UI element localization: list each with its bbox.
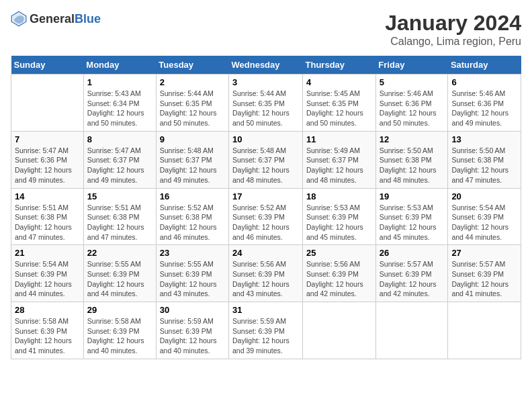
day-number: 19 <box>380 191 445 201</box>
day-info: Sunrise: 5:53 AM Sunset: 6:39 PM Dayligh… <box>380 203 437 241</box>
calendar-cell: 11Sunrise: 5:49 AM Sunset: 6:37 PM Dayli… <box>303 131 376 188</box>
calendar-header-monday: Monday <box>83 56 156 75</box>
day-number: 12 <box>380 134 445 144</box>
calendar-cell: 25Sunrise: 5:56 AM Sunset: 6:39 PM Dayli… <box>303 245 376 302</box>
day-number: 31 <box>232 305 299 315</box>
calendar-cell: 20Sunrise: 5:54 AM Sunset: 6:39 PM Dayli… <box>448 188 521 245</box>
calendar-week-row: 7Sunrise: 5:47 AM Sunset: 6:36 PM Daylig… <box>11 131 521 188</box>
title-area: January 2024 Calango, Lima region, Peru <box>385 11 521 48</box>
calendar-cell: 30Sunrise: 5:59 AM Sunset: 6:39 PM Dayli… <box>156 302 228 359</box>
calendar-cell: 22Sunrise: 5:55 AM Sunset: 6:39 PM Dayli… <box>83 245 156 302</box>
calendar-cell <box>303 302 376 359</box>
subtitle: Calango, Lima region, Peru <box>385 36 521 48</box>
day-info: Sunrise: 5:57 AM Sunset: 6:39 PM Dayligh… <box>380 260 437 298</box>
day-number: 2 <box>160 77 225 87</box>
calendar-cell: 29Sunrise: 5:58 AM Sunset: 6:39 PM Dayli… <box>83 302 156 359</box>
calendar-cell: 13Sunrise: 5:50 AM Sunset: 6:38 PM Dayli… <box>448 131 521 188</box>
day-info: Sunrise: 5:53 AM Sunset: 6:39 PM Dayligh… <box>306 203 363 241</box>
day-number: 1 <box>87 77 152 87</box>
calendar-cell: 17Sunrise: 5:52 AM Sunset: 6:39 PM Dayli… <box>229 188 303 245</box>
day-info: Sunrise: 5:50 AM Sunset: 6:38 PM Dayligh… <box>451 146 508 184</box>
calendar-cell <box>11 75 84 132</box>
day-info: Sunrise: 5:56 AM Sunset: 6:39 PM Dayligh… <box>306 260 363 298</box>
day-number: 8 <box>87 134 152 144</box>
day-info: Sunrise: 5:59 AM Sunset: 6:39 PM Dayligh… <box>232 317 290 355</box>
calendar-header-sunday: Sunday <box>11 56 84 75</box>
calendar-cell <box>448 302 521 359</box>
calendar-cell: 4Sunrise: 5:45 AM Sunset: 6:35 PM Daylig… <box>303 75 376 132</box>
day-info: Sunrise: 5:57 AM Sunset: 6:39 PM Dayligh… <box>451 260 508 298</box>
day-info: Sunrise: 5:47 AM Sunset: 6:36 PM Dayligh… <box>15 146 72 184</box>
calendar-cell: 7Sunrise: 5:47 AM Sunset: 6:36 PM Daylig… <box>11 131 84 188</box>
day-info: Sunrise: 5:52 AM Sunset: 6:38 PM Dayligh… <box>160 203 217 241</box>
day-number: 4 <box>306 77 372 87</box>
day-info: Sunrise: 5:55 AM Sunset: 6:39 PM Dayligh… <box>160 260 217 298</box>
day-number: 10 <box>232 134 299 144</box>
day-info: Sunrise: 5:52 AM Sunset: 6:39 PM Dayligh… <box>232 203 290 241</box>
day-number: 17 <box>232 191 299 201</box>
day-info: Sunrise: 5:48 AM Sunset: 6:37 PM Dayligh… <box>232 146 290 184</box>
calendar-cell: 19Sunrise: 5:53 AM Sunset: 6:39 PM Dayli… <box>375 188 448 245</box>
day-number: 30 <box>160 305 225 315</box>
day-info: Sunrise: 5:50 AM Sunset: 6:38 PM Dayligh… <box>380 146 437 184</box>
day-info: Sunrise: 5:58 AM Sunset: 6:39 PM Dayligh… <box>87 317 144 355</box>
day-number: 23 <box>160 248 225 258</box>
day-info: Sunrise: 5:54 AM Sunset: 6:39 PM Dayligh… <box>15 260 72 298</box>
calendar-week-row: 28Sunrise: 5:58 AM Sunset: 6:39 PM Dayli… <box>11 302 521 359</box>
day-number: 14 <box>15 191 80 201</box>
day-number: 28 <box>15 305 80 315</box>
calendar-table: SundayMondayTuesdayWednesdayThursdayFrid… <box>11 56 521 359</box>
calendar-cell: 2Sunrise: 5:44 AM Sunset: 6:35 PM Daylig… <box>156 75 228 132</box>
calendar-week-row: 14Sunrise: 5:51 AM Sunset: 6:38 PM Dayli… <box>11 188 521 245</box>
logo-icon <box>11 11 27 27</box>
calendar-cell: 8Sunrise: 5:47 AM Sunset: 6:37 PM Daylig… <box>83 131 156 188</box>
day-info: Sunrise: 5:46 AM Sunset: 6:36 PM Dayligh… <box>451 89 508 127</box>
day-info: Sunrise: 5:46 AM Sunset: 6:36 PM Dayligh… <box>380 89 437 127</box>
calendar-cell: 15Sunrise: 5:51 AM Sunset: 6:38 PM Dayli… <box>83 188 156 245</box>
day-number: 22 <box>87 248 152 258</box>
day-number: 27 <box>451 248 517 258</box>
day-info: Sunrise: 5:59 AM Sunset: 6:39 PM Dayligh… <box>160 317 217 355</box>
main-title: January 2024 <box>385 11 521 36</box>
day-number: 18 <box>306 191 372 201</box>
calendar-cell <box>375 302 448 359</box>
day-info: Sunrise: 5:47 AM Sunset: 6:37 PM Dayligh… <box>87 146 144 184</box>
day-number: 7 <box>15 134 80 144</box>
day-number: 9 <box>160 134 225 144</box>
calendar-cell: 1Sunrise: 5:43 AM Sunset: 6:34 PM Daylig… <box>83 75 156 132</box>
day-info: Sunrise: 5:48 AM Sunset: 6:37 PM Dayligh… <box>160 146 217 184</box>
calendar-cell: 10Sunrise: 5:48 AM Sunset: 6:37 PM Dayli… <box>229 131 303 188</box>
calendar-cell: 12Sunrise: 5:50 AM Sunset: 6:38 PM Dayli… <box>375 131 448 188</box>
day-number: 13 <box>451 134 517 144</box>
calendar-week-row: 21Sunrise: 5:54 AM Sunset: 6:39 PM Dayli… <box>11 245 521 302</box>
day-number: 11 <box>306 134 372 144</box>
calendar-header-wednesday: Wednesday <box>229 56 303 75</box>
calendar-header-friday: Friday <box>375 56 448 75</box>
day-number: 6 <box>451 77 517 87</box>
calendar-cell: 5Sunrise: 5:46 AM Sunset: 6:36 PM Daylig… <box>375 75 448 132</box>
calendar-header-saturday: Saturday <box>448 56 521 75</box>
day-info: Sunrise: 5:58 AM Sunset: 6:39 PM Dayligh… <box>15 317 72 355</box>
day-number: 20 <box>451 191 517 201</box>
logo-text: GeneralBlue <box>30 12 101 26</box>
calendar-cell: 26Sunrise: 5:57 AM Sunset: 6:39 PM Dayli… <box>375 245 448 302</box>
calendar-cell: 6Sunrise: 5:46 AM Sunset: 6:36 PM Daylig… <box>448 75 521 132</box>
calendar-header-thursday: Thursday <box>303 56 376 75</box>
calendar-cell: 31Sunrise: 5:59 AM Sunset: 6:39 PM Dayli… <box>229 302 303 359</box>
calendar-header-tuesday: Tuesday <box>156 56 228 75</box>
day-info: Sunrise: 5:55 AM Sunset: 6:39 PM Dayligh… <box>87 260 144 298</box>
day-number: 5 <box>380 77 445 87</box>
logo: GeneralBlue <box>11 11 101 27</box>
day-number: 21 <box>15 248 80 258</box>
calendar-cell: 3Sunrise: 5:44 AM Sunset: 6:35 PM Daylig… <box>229 75 303 132</box>
day-info: Sunrise: 5:44 AM Sunset: 6:35 PM Dayligh… <box>232 89 290 127</box>
page-header: GeneralBlue January 2024 Calango, Lima r… <box>11 11 521 48</box>
calendar-week-row: 1Sunrise: 5:43 AM Sunset: 6:34 PM Daylig… <box>11 75 521 132</box>
calendar-cell: 18Sunrise: 5:53 AM Sunset: 6:39 PM Dayli… <box>303 188 376 245</box>
day-number: 29 <box>87 305 152 315</box>
calendar-cell: 16Sunrise: 5:52 AM Sunset: 6:38 PM Dayli… <box>156 188 228 245</box>
day-info: Sunrise: 5:54 AM Sunset: 6:39 PM Dayligh… <box>451 203 508 241</box>
calendar-cell: 9Sunrise: 5:48 AM Sunset: 6:37 PM Daylig… <box>156 131 228 188</box>
calendar-cell: 24Sunrise: 5:56 AM Sunset: 6:39 PM Dayli… <box>229 245 303 302</box>
day-number: 24 <box>232 248 299 258</box>
